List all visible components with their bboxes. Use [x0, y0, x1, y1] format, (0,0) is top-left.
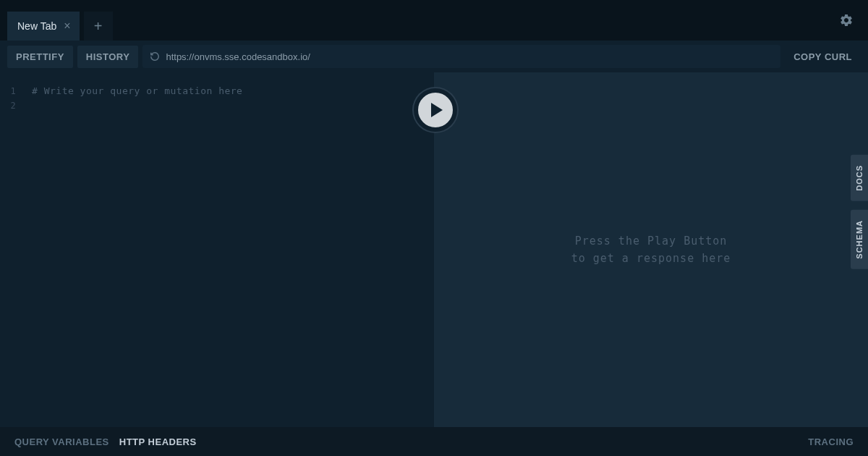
tracing-tab[interactable]: TRACING — [808, 436, 854, 447]
schema-tab[interactable]: SCHEMA — [851, 210, 868, 269]
http-headers-tab[interactable]: HTTP HEADERS — [119, 436, 197, 447]
editor-content: # Write your query or mutation here — [32, 84, 434, 98]
url-bar — [142, 45, 780, 68]
history-button[interactable]: HISTORY — [77, 46, 139, 68]
settings-button[interactable] — [839, 13, 854, 30]
close-icon[interactable]: × — [64, 20, 70, 32]
query-editor[interactable]: 1 2 # Write your query or mutation here — [0, 72, 434, 427]
plus-icon: + — [94, 18, 103, 35]
response-pane: Press the Play Button to get a response … — [434, 72, 868, 427]
copy-curl-button[interactable]: COPY CURL — [785, 46, 861, 68]
editor-comment: # Write your query or mutation here — [32, 84, 434, 98]
response-placeholder: Press the Play Button to get a response … — [571, 232, 731, 267]
endpoint-input[interactable] — [166, 51, 773, 62]
line-gutter: 1 2 — [0, 84, 26, 113]
line-number: 2 — [0, 98, 26, 113]
bottom-bar: QUERY VARIABLES HTTP HEADERS TRACING — [0, 427, 868, 456]
tab-active[interactable]: New Tab × — [7, 12, 80, 41]
execute-button[interactable] — [414, 88, 457, 132]
gear-icon — [839, 13, 854, 28]
toolbar: PRETTIFY HISTORY COPY CURL — [0, 41, 868, 72]
docs-tab[interactable]: DOCS — [851, 155, 868, 201]
top-bar: New Tab × + — [0, 0, 868, 41]
play-icon — [431, 103, 443, 117]
tab-strip: New Tab × + — [7, 12, 113, 41]
right-drawer-tabs: DOCS SCHEMA — [851, 155, 868, 269]
new-tab-button[interactable]: + — [84, 12, 113, 41]
query-variables-tab[interactable]: QUERY VARIABLES — [14, 436, 109, 447]
tab-label: New Tab — [17, 20, 56, 32]
reload-icon[interactable] — [150, 51, 160, 62]
line-number: 1 — [0, 84, 26, 98]
prettify-button[interactable]: PRETTIFY — [7, 46, 73, 68]
